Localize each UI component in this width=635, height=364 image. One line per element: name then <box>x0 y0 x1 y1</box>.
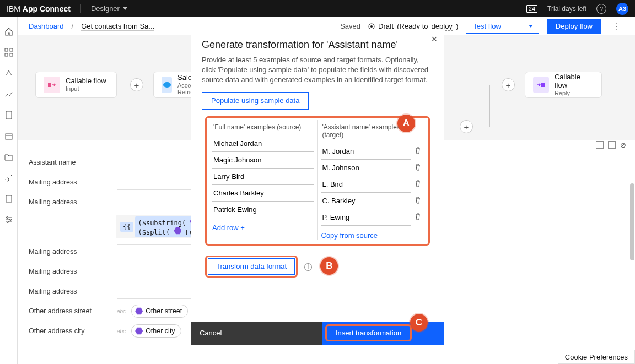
annotation-c: C <box>410 314 428 332</box>
copy-from-source-button[interactable]: Copy from source <box>321 231 378 240</box>
delete-row-icon[interactable] <box>414 213 423 222</box>
modal-footer: Cancel Insert transformation <box>191 322 444 345</box>
close-icon[interactable]: ✕ <box>431 35 438 44</box>
source-example-input[interactable] <box>212 202 314 218</box>
annotation-b: B <box>320 257 338 275</box>
modal-description: Provide at least 5 examples of source an… <box>202 55 433 85</box>
examples-section: 'Full name' examples (source) Add row + … <box>205 116 430 246</box>
delete-row-icon[interactable] <box>414 146 423 156</box>
target-example-input[interactable] <box>321 160 411 176</box>
source-column-header: 'Full name' examples (source) <box>212 122 314 135</box>
modal-title: Generate transformation for 'Assistant n… <box>202 39 433 51</box>
target-example-input[interactable] <box>321 209 411 226</box>
generate-transformation-modal: ✕ Generate transformation for 'Assistant… <box>191 29 444 345</box>
insert-transformation-button[interactable]: Insert transformation <box>325 324 412 341</box>
source-example-input[interactable] <box>212 135 314 152</box>
info-icon[interactable]: i <box>304 263 312 271</box>
transform-button-highlight: Transform data format <box>205 256 298 278</box>
populate-sample-button[interactable]: Populate using sample data <box>202 92 309 110</box>
source-example-input[interactable] <box>212 185 314 202</box>
delete-row-icon[interactable] <box>414 163 423 172</box>
target-example-input[interactable] <box>321 143 411 160</box>
annotation-a: A <box>397 115 415 132</box>
target-example-input[interactable] <box>321 176 411 193</box>
cancel-button[interactable]: Cancel <box>191 322 322 345</box>
cookie-preferences-button[interactable]: Cookie Preferences <box>558 350 635 364</box>
target-example-input[interactable] <box>321 193 411 209</box>
delete-row-icon[interactable] <box>414 196 423 205</box>
transform-data-format-button[interactable]: Transform data format <box>208 258 295 275</box>
delete-row-icon[interactable] <box>414 180 423 189</box>
source-example-input[interactable] <box>212 152 314 169</box>
add-row-button[interactable]: Add row + <box>212 224 245 232</box>
source-example-input[interactable] <box>212 169 314 185</box>
